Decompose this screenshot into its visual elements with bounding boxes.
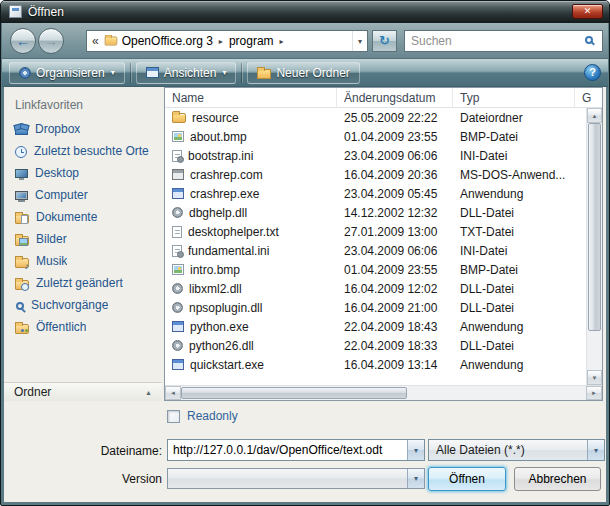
- scroll-down-button[interactable]: ▼: [587, 370, 602, 385]
- views-label: Ansichten: [164, 66, 217, 80]
- file-date: 23.04.2009 05:45: [337, 187, 453, 201]
- views-button[interactable]: Ansichten ▾: [136, 62, 237, 84]
- sidebar-item-label: Dokumente: [36, 210, 97, 224]
- bmp-file-icon: [172, 264, 184, 275]
- column-header-name[interactable]: Name: [165, 88, 337, 107]
- file-row-dbghelp-dll[interactable]: dbghelp.dll14.12.2002 12:32DLL-Datei: [165, 203, 586, 222]
- pictures-icon: [15, 236, 29, 246]
- sidebar-item-suchvorg-nge[interactable]: Suchvorgänge: [4, 294, 163, 316]
- file-name: dbghelp.dll: [189, 206, 247, 220]
- breadcrumb-item-program[interactable]: program: [229, 34, 274, 48]
- changed-icon: [15, 280, 29, 290]
- file-name-cell: intro.bmp: [165, 263, 337, 277]
- refresh-button[interactable]: ↻: [372, 30, 397, 52]
- scroll-up-button[interactable]: ▲: [587, 108, 602, 123]
- sidebar-item-computer[interactable]: Computer: [4, 184, 163, 206]
- file-name-cell: dbghelp.dll: [165, 206, 337, 220]
- filetype-dropdown-button[interactable]: ▾: [587, 440, 604, 460]
- ini-file-icon: [172, 150, 182, 162]
- filename-input[interactable]: [168, 440, 407, 460]
- file-row-intro-bmp[interactable]: intro.bmp01.04.2009 23:55BMP-Datei: [165, 260, 586, 279]
- scroll-right-button[interactable]: ►: [586, 386, 602, 400]
- chevron-down-icon: ▾: [414, 474, 418, 483]
- version-dropdown-button[interactable]: ▾: [407, 469, 424, 488]
- navigation-pane: Linkfavoriten DropboxZuletzt besuchte Or…: [4, 87, 163, 401]
- column-header-typ[interactable]: Typ: [453, 88, 575, 107]
- exe-file-icon: [172, 359, 184, 370]
- organize-button[interactable]: Organisieren ▾: [9, 62, 125, 84]
- back-icon: ←: [16, 34, 30, 48]
- readonly-checkbox[interactable]: [167, 410, 180, 423]
- vertical-scrollbar[interactable]: ▲ ▼: [586, 108, 602, 385]
- sidebar-item-desktop[interactable]: Desktop: [4, 162, 163, 184]
- sidebar-item-musik[interactable]: Musik: [4, 250, 163, 272]
- dialog-icon: [9, 5, 22, 18]
- filename-dropdown-button[interactable]: ▾: [407, 440, 424, 460]
- file-row-libxml2-dll[interactable]: libxml2.dll16.04.2009 12:02DLL-Datei: [165, 279, 586, 298]
- folders-label: Ordner: [14, 385, 51, 399]
- address-bar[interactable]: « OpenOffice.org 3 ▸ program ▸ ▾: [86, 30, 368, 52]
- file-row-crashrep-exe[interactable]: crashrep.exe23.04.2009 05:45Anwendung: [165, 184, 586, 203]
- exe-file-icon: [172, 321, 184, 332]
- vertical-scroll-thumb[interactable]: [588, 123, 601, 331]
- column-header-g[interactable]: G: [575, 88, 602, 107]
- file-row-bootstrap-ini[interactable]: bootstrap.ini23.04.2009 06:06INI-Datei: [165, 146, 586, 165]
- breadcrumb-item-openoffice[interactable]: OpenOffice.org 3: [122, 34, 213, 48]
- file-date: 25.05.2009 22:22: [337, 111, 453, 125]
- file-type: DLL-Datei: [453, 206, 575, 220]
- new-folder-button[interactable]: Neuer Ordner: [247, 62, 359, 84]
- exe-file-icon: [172, 188, 184, 199]
- open-button[interactable]: Öffnen: [428, 467, 506, 491]
- file-row-desktophelper-txt[interactable]: desktophelper.txt27.01.2009 13:00TXT-Dat…: [165, 222, 586, 241]
- sidebar-item-zuletzt-ge-ndert[interactable]: Zuletzt geändert: [4, 272, 163, 294]
- sidebar-item-label: Dropbox: [35, 122, 80, 136]
- file-type: DLL-Datei: [453, 301, 575, 315]
- file-row-about-bmp[interactable]: about.bmp01.04.2009 23:55BMP-Datei: [165, 127, 586, 146]
- chevron-down-icon: ▾: [222, 68, 226, 77]
- cancel-button[interactable]: Abbrechen: [514, 467, 601, 491]
- sidebar-item-zuletzt-besuchte-orte[interactable]: Zuletzt besuchte Orte: [4, 140, 163, 162]
- sidebar-item-dokumente[interactable]: Dokumente: [4, 206, 163, 228]
- file-date: 16.04.2009 20:36: [337, 168, 453, 182]
- breadcrumb-separator-icon: ▸: [280, 37, 284, 46]
- file-row-python-exe[interactable]: python.exe22.04.2009 18:43Anwendung: [165, 317, 586, 336]
- titlebar: Öffnen ✕: [1, 1, 609, 23]
- scroll-left-icon: ◄: [170, 390, 176, 396]
- breadcrumb-overflow-chevron[interactable]: «: [92, 34, 99, 48]
- public-icon: [15, 324, 29, 334]
- file-row-python26-dll[interactable]: python26.dll22.04.2009 18:33DLL-Datei: [165, 336, 586, 355]
- column-header-nderungsdatum[interactable]: Änderungsdatum: [337, 88, 453, 107]
- file-row-resource[interactable]: resource25.05.2009 22:22Dateiordner: [165, 108, 586, 127]
- file-date: 27.01.2009 13:00: [337, 225, 453, 239]
- filetype-select[interactable]: Alle Dateien (*.*) ▾: [428, 439, 605, 461]
- forward-button[interactable]: →: [38, 28, 64, 54]
- filename-combobox: ▾: [167, 439, 425, 461]
- help-button[interactable]: ?: [584, 64, 601, 81]
- file-row-quickstart-exe[interactable]: quickstart.exe16.04.2009 13:14Anwendung: [165, 355, 586, 374]
- sidebar-item-label: Computer: [35, 188, 88, 202]
- close-button[interactable]: ✕: [572, 4, 603, 19]
- readonly-row: Readonly: [167, 409, 238, 423]
- address-dropdown-button[interactable]: ▾: [352, 31, 367, 51]
- back-button[interactable]: ←: [10, 28, 36, 54]
- version-select[interactable]: ▾: [167, 468, 425, 489]
- file-name: about.bmp: [190, 130, 247, 144]
- sidebar-item-label: Suchvorgänge: [31, 298, 108, 312]
- chevron-down-icon: ▾: [111, 68, 115, 77]
- forward-icon: →: [44, 34, 58, 48]
- folders-bar[interactable]: Ordner ▲: [4, 382, 162, 401]
- file-name-cell: python.exe: [165, 320, 337, 334]
- sidebar-item-label: Musik: [36, 254, 67, 268]
- sidebar-item-bilder[interactable]: Bilder: [4, 228, 163, 250]
- file-date: 01.04.2009 23:55: [337, 130, 453, 144]
- file-type: DLL-Datei: [453, 282, 575, 296]
- file-row-npsoplugin-dll[interactable]: npsoplugin.dll16.04.2009 21:00DLL-Datei: [165, 298, 586, 317]
- horizontal-scroll-thumb[interactable]: [181, 387, 407, 399]
- sidebar-item-dropbox[interactable]: Dropbox: [4, 118, 163, 140]
- file-row-crashrep-com[interactable]: crashrep.com16.04.2009 20:36MS-DOS-Anwen…: [165, 165, 586, 184]
- scroll-left-button[interactable]: ◄: [165, 386, 181, 400]
- sidebar-item-ffentlich[interactable]: Öffentlich: [4, 316, 163, 338]
- horizontal-scrollbar[interactable]: ◄ ►: [165, 385, 602, 400]
- file-row-fundamental-ini[interactable]: fundamental.ini23.04.2009 06:06INI-Datei: [165, 241, 586, 260]
- search-input[interactable]: [405, 31, 578, 51]
